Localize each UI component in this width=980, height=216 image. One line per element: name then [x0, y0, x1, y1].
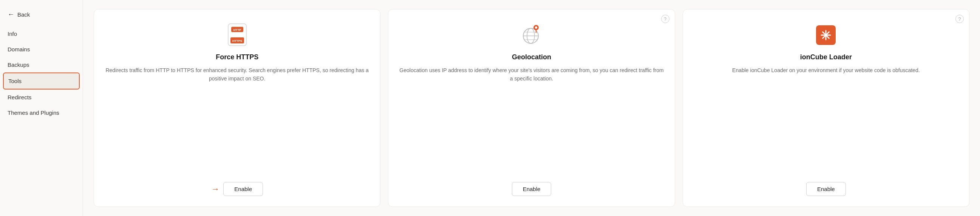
back-button[interactable]: ← Back: [0, 8, 83, 26]
ioncube-logo: [816, 25, 836, 45]
back-arrow-icon: ←: [8, 11, 14, 19]
red-arrow-icon: →: [211, 184, 220, 194]
sidebar-item-themes-and-plugins[interactable]: Themes and Plugins: [0, 105, 83, 121]
force-https-card: HTTP HTTPS Force HTTPS Redirects traffic…: [94, 9, 380, 207]
force-https-title: Force HTTPS: [216, 53, 258, 61]
force-https-enable-button[interactable]: Enable: [223, 182, 263, 196]
ioncube-desc: Enable ionCube Loader on your environmen…: [732, 67, 920, 172]
geolocation-title: Geolocation: [512, 53, 551, 61]
sidebar-item-backups[interactable]: Backups: [0, 57, 83, 73]
geolocation-card: ? Geolocation Geolocation uses IP addres…: [388, 9, 675, 207]
ioncube-title: ionCube Loader: [800, 53, 852, 61]
ioncube-card: ? ionCube Loader Enable ionCube Loader o…: [682, 9, 969, 207]
sidebar-item-redirects[interactable]: Redirects: [0, 89, 83, 105]
geolocation-desc: Geolocation uses IP address to identify …: [399, 67, 664, 172]
force-https-desc: Redirects traffic from HTTP to HTTPS for…: [105, 67, 369, 172]
sidebar: ← Back Info Domains Backups Tools Redire…: [0, 0, 83, 216]
ioncube-icon: [816, 23, 836, 47]
geolocation-enable-button[interactable]: Enable: [512, 182, 552, 196]
geolocation-help-icon[interactable]: ?: [661, 15, 670, 23]
sidebar-item-info[interactable]: Info: [0, 26, 83, 41]
https-icon: HTTP HTTPS: [227, 23, 248, 47]
svg-point-11: [535, 27, 537, 29]
svg-text:HTTPS: HTTPS: [232, 39, 243, 43]
svg-text:HTTP: HTTP: [233, 28, 242, 32]
sidebar-nav: Info Domains Backups Tools Redirects The…: [0, 26, 83, 121]
main-content: HTTP HTTPS Force HTTPS Redirects traffic…: [83, 0, 980, 216]
enable-row: → Enable: [211, 182, 263, 196]
geo-icon: [521, 23, 542, 47]
sidebar-item-domains[interactable]: Domains: [0, 41, 83, 57]
ioncube-enable-button[interactable]: Enable: [806, 182, 846, 196]
ioncube-help-icon[interactable]: ?: [955, 15, 964, 23]
sidebar-item-tools[interactable]: Tools: [3, 73, 80, 89]
back-label: Back: [18, 11, 30, 18]
